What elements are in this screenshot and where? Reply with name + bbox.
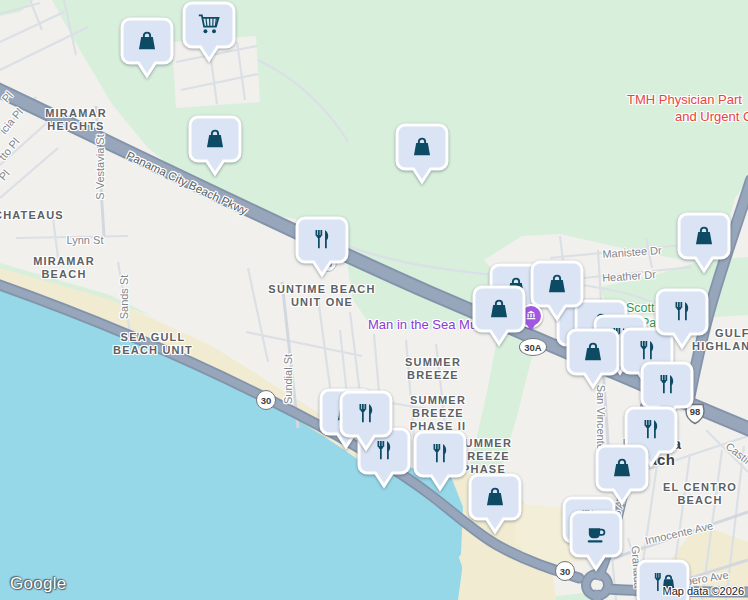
google-logo[interactable]: Google — [10, 574, 67, 594]
poi-label-man-in-the-sea-museum: Man in the Sea Mu — [368, 317, 477, 332]
restaurant-marker[interactable] — [412, 429, 468, 492]
shopping-bag-marker[interactable] — [394, 122, 450, 185]
neighborhood-label-miramar-heights: MIRAMARHEIGHTS — [45, 107, 107, 133]
restaurant-marker[interactable] — [338, 389, 394, 452]
neighborhood-label-suntime-beach-unit-one: SUNTIME BEACHUNIT ONE — [268, 283, 375, 309]
neighborhood-label-sea-gull-beach-unit: SEA GULLBEACH UNIT — [113, 331, 193, 357]
shopping-bag-marker[interactable] — [471, 284, 527, 347]
street-label-sands-st: Sands St — [118, 275, 130, 320]
coffee-marker[interactable] — [568, 509, 624, 572]
neighborhood-label-miramar-beach: MIRAMARBEACH — [33, 255, 95, 281]
map-canvas[interactable]: MIRAMARHEIGHTS CHATEAUS MIRAMARBEACH SEA… — [0, 0, 748, 600]
shopping-bag-marker[interactable] — [119, 16, 175, 79]
neighborhood-label-summer-breeze: SUMMERBREEZE — [405, 356, 461, 382]
map-data-copyright: Map data ©2026 — [663, 585, 745, 597]
street-label-sundial-st: Sundial St — [282, 354, 294, 404]
street-label-lynn-st: Lynn St — [67, 234, 104, 246]
neighborhood-label-summer-breeze-phase-ii: SUMMERBREEZEPHASE II — [410, 394, 467, 433]
neighborhood-label-el-centro-beach: EL CENTROBEACH — [663, 481, 737, 507]
poi-label-tmh-physician-line2: and Urgent C — [675, 109, 748, 125]
shopping-bag-marker[interactable] — [676, 211, 732, 274]
restaurant-marker[interactable] — [654, 287, 710, 350]
poi-label-tmh-physician-line1: TMH Physician Part — [627, 92, 742, 108]
route-shield-30-west: 30 — [256, 390, 276, 410]
shopping-bag-marker[interactable] — [467, 472, 523, 535]
street-label-s-vestavia-st: S Vestavia St — [94, 134, 106, 199]
shopping-bag-marker[interactable] — [187, 114, 243, 177]
restaurant-marker[interactable] — [294, 215, 350, 278]
shopping-bag-marker[interactable] — [565, 327, 621, 390]
shopping-cart-marker[interactable] — [181, 0, 237, 63]
neighborhood-label-chateaus: CHATEAUS — [0, 209, 64, 222]
